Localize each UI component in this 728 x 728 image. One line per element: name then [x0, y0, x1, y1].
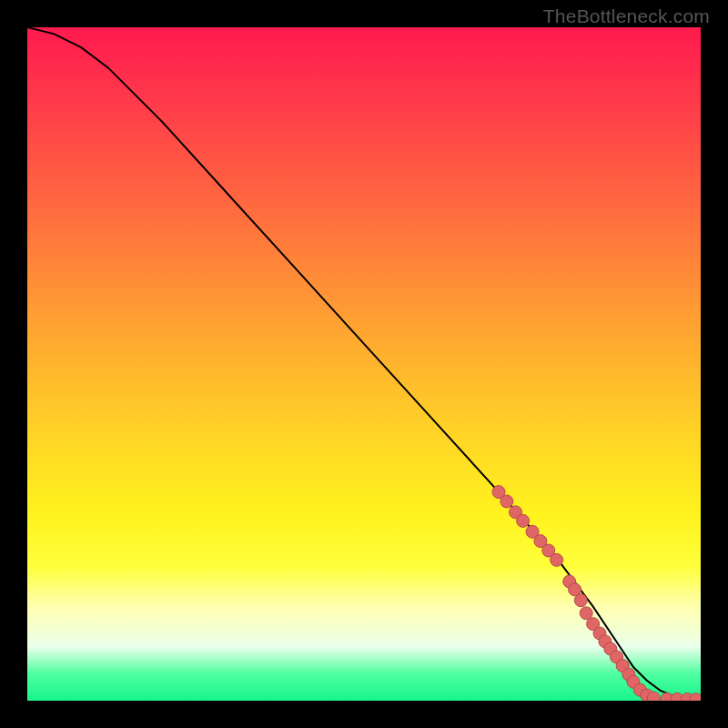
data-marker: [517, 514, 530, 527]
watermark-text: TheBottleneck.com: [543, 5, 710, 27]
figure-frame: TheBottleneck.com: [0, 0, 728, 728]
curve-layer: [27, 27, 701, 701]
data-marker: [551, 553, 563, 566]
marker-group: [492, 486, 701, 701]
data-marker: [647, 692, 660, 701]
plot-area: [27, 27, 701, 701]
bottleneck-curve: [27, 27, 701, 700]
data-marker: [574, 594, 587, 607]
data-marker: [500, 495, 513, 508]
